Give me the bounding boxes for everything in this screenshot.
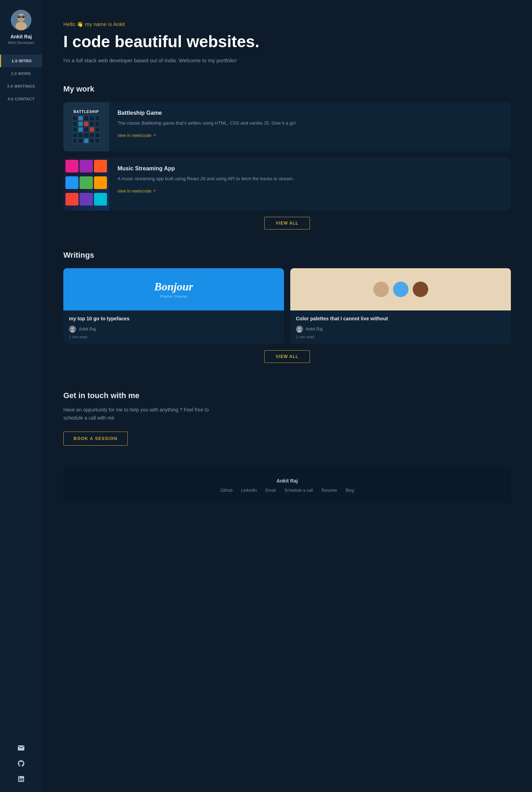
writings-section: Writings Bonjour Playfair Display my top… xyxy=(63,251,511,363)
battleship-card-content: Battleship Game The classic Battleship g… xyxy=(109,102,511,151)
avatar xyxy=(11,10,31,30)
footer-name: Ankit Raj xyxy=(63,478,511,484)
grid-cell xyxy=(72,133,77,138)
sidebar-name: Ankit Raj xyxy=(11,34,32,39)
writing-card-typefaces[interactable]: Bonjour Playfair Display my top 10 go to… xyxy=(63,268,284,344)
grid-cell xyxy=(95,138,100,143)
palette-thumbnail xyxy=(290,268,511,310)
footer-link-email[interactable]: Email xyxy=(265,488,276,493)
battleship-title: Battleship Game xyxy=(118,110,502,116)
sidebar-nav: 1.0 INTRO 2.0 WORK 3.0 WRITINGS 4.0 CONT… xyxy=(0,55,42,105)
typefaces-read-time: 1 min read xyxy=(69,335,278,339)
music-cell xyxy=(94,193,107,206)
github-icon[interactable] xyxy=(17,759,26,768)
playfair-label: Playfair Display xyxy=(160,295,187,298)
music-cell xyxy=(80,176,93,189)
music-link[interactable]: view in neetocode ↗ xyxy=(118,189,156,194)
grid-cell xyxy=(84,133,89,138)
music-cell xyxy=(94,160,107,172)
svg-point-3 xyxy=(18,16,20,18)
typefaces-body: my top 10 go to typefaces Ankit Raj 1 mi… xyxy=(63,310,284,344)
hero-greeting: Hello 👋 my name is Ankit xyxy=(63,21,511,27)
bonjour-text: Bonjour xyxy=(154,280,193,293)
svg-point-12 xyxy=(298,327,301,330)
contact-section: Get in touch with me Have an oppurtunity… xyxy=(63,384,511,446)
palette-body: Color palettes that I cannot live withou… xyxy=(290,310,511,344)
palette-dot-tan xyxy=(373,282,389,297)
palette-title: Color palettes that I cannot live withou… xyxy=(296,315,505,322)
svg-point-2 xyxy=(15,22,27,30)
work-card-music: Music Streaming App A music streaming ap… xyxy=(63,158,511,210)
sidebar-item-writings[interactable]: 3.0 WRITINGS xyxy=(0,80,42,93)
typefaces-author: Ankit Raj xyxy=(79,327,96,332)
music-cell xyxy=(80,193,93,206)
footer-link-blog[interactable]: Blog xyxy=(346,488,354,493)
svg-point-4 xyxy=(23,16,24,18)
typefaces-meta: Ankit Raj xyxy=(69,326,278,333)
music-grid xyxy=(63,158,109,210)
bonjour-thumb: Bonjour Playfair Display xyxy=(63,268,284,310)
music-card-content: Music Streaming App A music streaming ap… xyxy=(109,158,511,210)
grid-cell xyxy=(95,121,100,126)
grid-cell xyxy=(95,127,100,132)
battleship-thumbnail: BATTLESHIP xyxy=(63,102,109,151)
palette-author: Ankit Raj xyxy=(306,327,323,332)
typefaces-title: my top 10 go to typefaces xyxy=(69,315,278,322)
sidebar-item-work[interactable]: 2.0 WORK xyxy=(0,67,42,80)
footer-link-schedule[interactable]: Schedule a call xyxy=(284,488,313,493)
music-cell xyxy=(94,176,107,189)
grid-cell xyxy=(95,133,100,138)
grid-cell xyxy=(89,133,94,138)
writings-grid: Bonjour Playfair Display my top 10 go to… xyxy=(63,268,511,344)
footer-link-github[interactable]: Github xyxy=(220,488,233,493)
external-link-icon: ↗ xyxy=(153,189,156,193)
battleship-grid xyxy=(72,116,100,143)
work-card-battleship: BATTLESHIP xyxy=(63,102,511,151)
work-view-all-button[interactable]: VIEW ALL xyxy=(264,217,310,230)
hero-section: Hello 👋 my name is Ankit I code beautifu… xyxy=(63,21,511,63)
battleship-link[interactable]: view in neetocode ↗ xyxy=(118,133,156,138)
footer: Ankit Raj Github Linkedin Email Schedule… xyxy=(63,467,511,503)
author-avatar xyxy=(296,326,303,333)
svg-point-9 xyxy=(71,327,74,330)
palette-meta: Ankit Raj xyxy=(296,326,505,333)
avatar-image xyxy=(11,10,31,30)
music-cell xyxy=(65,160,78,172)
writing-card-palette[interactable]: Color palettes that I cannot live withou… xyxy=(290,268,511,344)
sidebar-item-intro[interactable]: 1.0 INTRO xyxy=(0,55,42,67)
grid-cell xyxy=(89,116,94,121)
battleship-desc: The classic Battleship game that's writt… xyxy=(118,120,502,127)
contact-description: Have an oppurtunity for me to help you w… xyxy=(63,406,225,422)
footer-links: Github Linkedin Email Schedule a call Re… xyxy=(63,488,511,493)
grid-cell xyxy=(89,121,94,126)
grid-cell xyxy=(72,121,77,126)
work-section-title: My work xyxy=(63,84,511,94)
sidebar-role: Web Developer xyxy=(8,40,34,45)
grid-cell xyxy=(84,127,89,132)
grid-cell xyxy=(84,138,89,143)
writings-section-title: Writings xyxy=(63,251,511,260)
email-icon[interactable] xyxy=(17,743,26,753)
music-cell xyxy=(65,176,78,189)
grid-cell xyxy=(84,116,89,121)
linkedin-icon[interactable] xyxy=(17,774,26,784)
sidebar-item-contact[interactable]: 4.0 CONTACT xyxy=(0,93,42,105)
music-cell xyxy=(65,193,78,206)
main-content: Hello 👋 my name is Ankit I code beautifu… xyxy=(42,0,532,792)
music-cell xyxy=(80,160,93,172)
grid-cell xyxy=(78,116,83,121)
footer-link-resume[interactable]: Resume xyxy=(321,488,337,493)
palette-thumb xyxy=(290,268,511,310)
writings-view-all-button[interactable]: VIEW ALL xyxy=(264,350,310,363)
grid-cell xyxy=(72,127,77,132)
palette-dot-brown xyxy=(413,282,428,297)
grid-cell xyxy=(72,138,77,143)
battleship-label: BATTLESHIP xyxy=(74,110,99,114)
external-link-icon: ↗ xyxy=(153,133,156,138)
grid-cell xyxy=(89,127,94,132)
footer-link-linkedin[interactable]: Linkedin xyxy=(241,488,257,493)
book-session-button[interactable]: BOOK A SESSION xyxy=(63,432,128,446)
palette-read-time: 1 min read xyxy=(296,335,505,339)
author-avatar xyxy=(69,326,76,333)
music-title: Music Streaming App xyxy=(118,165,502,172)
